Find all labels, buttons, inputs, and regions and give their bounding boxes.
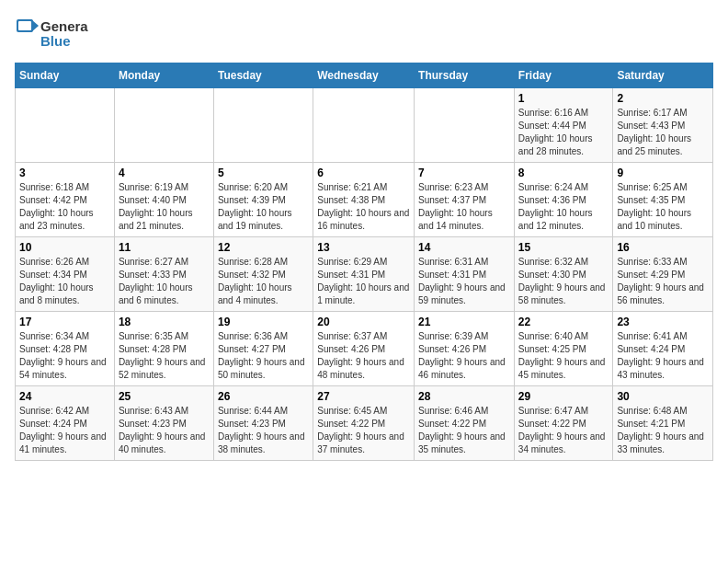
day-cell: 1Sunrise: 6:16 AM Sunset: 4:44 PM Daylig… <box>514 88 613 163</box>
header-saturday: Saturday <box>613 63 713 88</box>
day-number: 26 <box>218 390 309 403</box>
day-cell: 29Sunrise: 6:47 AM Sunset: 4:22 PM Dayli… <box>514 386 613 461</box>
day-cell: 27Sunrise: 6:45 AM Sunset: 4:22 PM Dayli… <box>313 386 415 461</box>
day-cell <box>213 88 313 163</box>
day-number: 14 <box>418 241 510 254</box>
day-info: Sunrise: 6:43 AM Sunset: 4:23 PM Dayligh… <box>119 405 210 456</box>
day-info: Sunrise: 6:34 AM Sunset: 4:28 PM Dayligh… <box>19 330 110 382</box>
day-info: Sunrise: 6:23 AM Sunset: 4:37 PM Dayligh… <box>418 181 510 233</box>
day-info: Sunrise: 6:46 AM Sunset: 4:22 PM Dayligh… <box>418 405 510 456</box>
header-wednesday: Wednesday <box>313 63 415 88</box>
day-number: 8 <box>518 167 609 179</box>
day-info: Sunrise: 6:47 AM Sunset: 4:22 PM Dayligh… <box>518 405 609 456</box>
day-info: Sunrise: 6:36 AM Sunset: 4:27 PM Dayligh… <box>218 330 309 382</box>
day-cell: 12Sunrise: 6:28 AM Sunset: 4:32 PM Dayli… <box>213 237 313 312</box>
day-cell: 15Sunrise: 6:32 AM Sunset: 4:30 PM Dayli… <box>514 237 613 312</box>
day-number: 17 <box>19 316 110 328</box>
day-info: Sunrise: 6:33 AM Sunset: 4:29 PM Dayligh… <box>617 256 709 307</box>
day-number: 12 <box>218 241 309 254</box>
day-cell: 10Sunrise: 6:26 AM Sunset: 4:34 PM Dayli… <box>16 237 115 312</box>
day-info: Sunrise: 6:37 AM Sunset: 4:26 PM Dayligh… <box>317 330 410 382</box>
day-number: 25 <box>119 390 210 403</box>
day-info: Sunrise: 6:45 AM Sunset: 4:22 PM Dayligh… <box>317 405 410 456</box>
day-cell: 13Sunrise: 6:29 AM Sunset: 4:31 PM Dayli… <box>313 237 415 312</box>
day-number: 15 <box>518 241 609 254</box>
calendar-table: SundayMondayTuesdayWednesdayThursdayFrid… <box>15 63 713 461</box>
day-info: Sunrise: 6:29 AM Sunset: 4:31 PM Dayligh… <box>317 256 410 307</box>
day-cell: 19Sunrise: 6:36 AM Sunset: 4:27 PM Dayli… <box>213 312 313 386</box>
week-row-2: 3Sunrise: 6:18 AM Sunset: 4:42 PM Daylig… <box>16 163 713 237</box>
day-info: Sunrise: 6:32 AM Sunset: 4:30 PM Dayligh… <box>518 256 609 307</box>
day-info: Sunrise: 6:27 AM Sunset: 4:33 PM Dayligh… <box>119 256 210 307</box>
day-number: 3 <box>19 167 110 179</box>
day-info: Sunrise: 6:31 AM Sunset: 4:31 PM Dayligh… <box>418 256 510 307</box>
day-cell: 17Sunrise: 6:34 AM Sunset: 4:28 PM Dayli… <box>16 312 115 386</box>
day-number: 11 <box>119 241 210 254</box>
week-row-4: 17Sunrise: 6:34 AM Sunset: 4:28 PM Dayli… <box>16 312 713 386</box>
day-info: Sunrise: 6:19 AM Sunset: 4:40 PM Dayligh… <box>119 181 210 233</box>
day-number: 19 <box>218 316 309 328</box>
day-cell: 4Sunrise: 6:19 AM Sunset: 4:40 PM Daylig… <box>114 163 213 237</box>
day-cell: 6Sunrise: 6:21 AM Sunset: 4:38 PM Daylig… <box>313 163 415 237</box>
day-cell: 28Sunrise: 6:46 AM Sunset: 4:22 PM Dayli… <box>415 386 515 461</box>
svg-text:General: General <box>40 18 88 34</box>
day-cell: 11Sunrise: 6:27 AM Sunset: 4:33 PM Dayli… <box>114 237 213 312</box>
day-info: Sunrise: 6:21 AM Sunset: 4:38 PM Dayligh… <box>317 181 410 233</box>
day-info: Sunrise: 6:28 AM Sunset: 4:32 PM Dayligh… <box>218 256 309 307</box>
day-cell: 18Sunrise: 6:35 AM Sunset: 4:28 PM Dayli… <box>114 312 213 386</box>
svg-rect-1 <box>18 21 31 30</box>
week-row-3: 10Sunrise: 6:26 AM Sunset: 4:34 PM Dayli… <box>16 237 713 312</box>
day-number: 22 <box>518 316 609 328</box>
day-info: Sunrise: 6:16 AM Sunset: 4:44 PM Dayligh… <box>518 107 609 158</box>
day-info: Sunrise: 6:41 AM Sunset: 4:24 PM Dayligh… <box>617 330 709 382</box>
svg-marker-2 <box>31 19 39 32</box>
week-row-1: 1Sunrise: 6:16 AM Sunset: 4:44 PM Daylig… <box>16 88 713 163</box>
day-number: 27 <box>317 390 410 403</box>
day-cell <box>114 88 213 163</box>
day-cell: 9Sunrise: 6:25 AM Sunset: 4:35 PM Daylig… <box>613 163 713 237</box>
day-cell: 7Sunrise: 6:23 AM Sunset: 4:37 PM Daylig… <box>415 163 515 237</box>
day-number: 30 <box>617 390 709 403</box>
day-info: Sunrise: 6:44 AM Sunset: 4:23 PM Dayligh… <box>218 405 309 456</box>
day-number: 16 <box>617 241 709 254</box>
svg-text:Blue: Blue <box>40 33 71 49</box>
day-info: Sunrise: 6:18 AM Sunset: 4:42 PM Dayligh… <box>19 181 110 233</box>
day-info: Sunrise: 6:20 AM Sunset: 4:39 PM Dayligh… <box>218 181 309 233</box>
day-number: 13 <box>317 241 410 254</box>
day-number: 10 <box>19 241 110 254</box>
day-cell <box>313 88 415 163</box>
day-cell: 25Sunrise: 6:43 AM Sunset: 4:23 PM Dayli… <box>114 386 213 461</box>
day-number: 1 <box>518 92 609 105</box>
day-cell: 30Sunrise: 6:48 AM Sunset: 4:21 PM Dayli… <box>613 386 713 461</box>
day-cell <box>415 88 515 163</box>
day-number: 9 <box>617 167 709 179</box>
day-number: 7 <box>418 167 510 179</box>
header-row: SundayMondayTuesdayWednesdayThursdayFrid… <box>16 63 713 88</box>
day-number: 4 <box>119 167 210 179</box>
header-friday: Friday <box>514 63 613 88</box>
day-cell: 16Sunrise: 6:33 AM Sunset: 4:29 PM Dayli… <box>613 237 713 312</box>
day-info: Sunrise: 6:35 AM Sunset: 4:28 PM Dayligh… <box>119 330 210 382</box>
page-header: GeneralBlue <box>15 15 713 52</box>
day-number: 18 <box>119 316 210 328</box>
day-cell <box>16 88 115 163</box>
day-cell: 26Sunrise: 6:44 AM Sunset: 4:23 PM Dayli… <box>213 386 313 461</box>
day-number: 24 <box>19 390 110 403</box>
day-info: Sunrise: 6:42 AM Sunset: 4:24 PM Dayligh… <box>19 405 110 456</box>
day-number: 28 <box>418 390 510 403</box>
day-cell: 2Sunrise: 6:17 AM Sunset: 4:43 PM Daylig… <box>613 88 713 163</box>
day-cell: 20Sunrise: 6:37 AM Sunset: 4:26 PM Dayli… <box>313 312 415 386</box>
day-cell: 21Sunrise: 6:39 AM Sunset: 4:26 PM Dayli… <box>415 312 515 386</box>
day-number: 5 <box>218 167 309 179</box>
day-number: 20 <box>317 316 410 328</box>
day-info: Sunrise: 6:39 AM Sunset: 4:26 PM Dayligh… <box>418 330 510 382</box>
day-cell: 8Sunrise: 6:24 AM Sunset: 4:36 PM Daylig… <box>514 163 613 237</box>
day-number: 6 <box>317 167 410 179</box>
header-tuesday: Tuesday <box>213 63 313 88</box>
day-cell: 14Sunrise: 6:31 AM Sunset: 4:31 PM Dayli… <box>415 237 515 312</box>
logo: GeneralBlue <box>15 15 88 52</box>
day-info: Sunrise: 6:40 AM Sunset: 4:25 PM Dayligh… <box>518 330 609 382</box>
header-thursday: Thursday <box>415 63 515 88</box>
header-sunday: Sunday <box>16 63 115 88</box>
day-cell: 3Sunrise: 6:18 AM Sunset: 4:42 PM Daylig… <box>16 163 115 237</box>
